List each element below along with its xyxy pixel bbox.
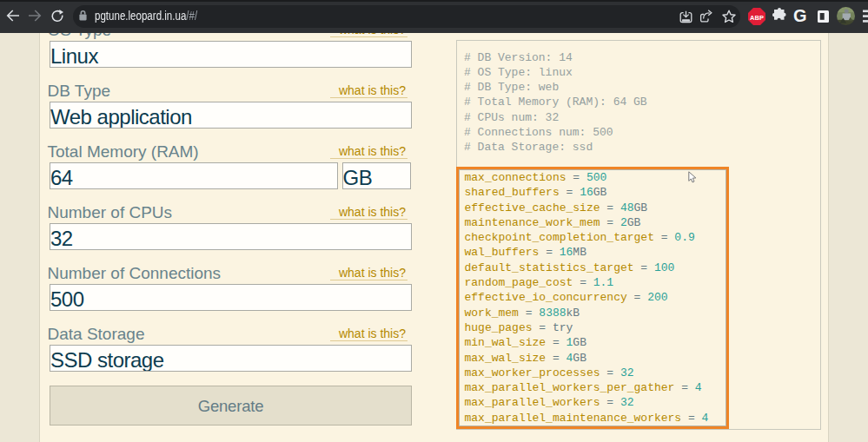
svg-text:ABP: ABP (750, 14, 764, 22)
